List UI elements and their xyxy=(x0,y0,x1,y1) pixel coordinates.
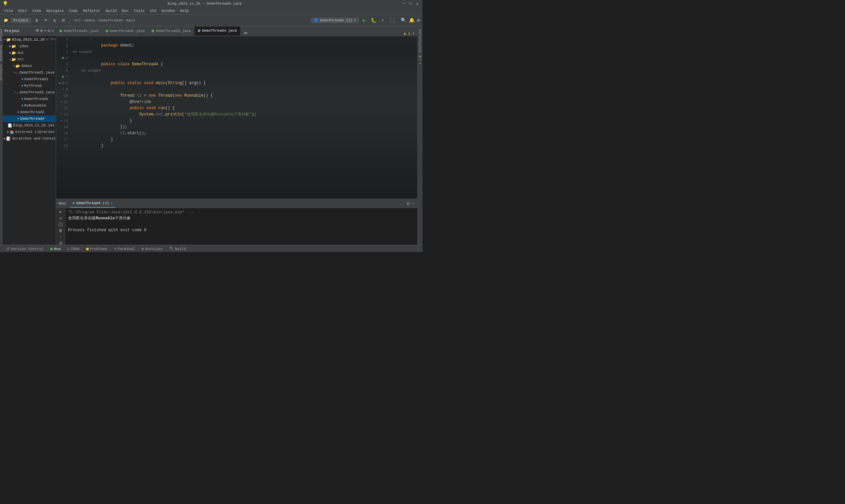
menu-edit[interactable]: Edit xyxy=(16,8,29,14)
tab-demothread4[interactable]: DemoThread4.java xyxy=(194,26,241,36)
console-stop-btn[interactable]: ⬛ xyxy=(57,222,64,227)
console-print-btn[interactable]: 🖨 xyxy=(57,240,64,245)
tree-item-demothread1-class[interactable]: ● DemoThread1 xyxy=(3,76,56,83)
tree-item-ext-libs[interactable]: ▶ 📚 External Libraries xyxy=(3,129,56,135)
collapse-btn[interactable]: ⊟ xyxy=(59,17,67,24)
menu-run[interactable]: Run xyxy=(120,8,131,14)
tree-label-scratches: Scratches and Consoles xyxy=(12,137,56,141)
btab-todo[interactable]: ☑ TODO xyxy=(65,246,82,252)
menu-window[interactable]: Window xyxy=(159,8,177,14)
close-panel-icon[interactable]: ✕ xyxy=(52,29,54,33)
tree-item-demothread2-class[interactable]: ● DemoThread2 xyxy=(3,96,56,102)
settings-tree-icon[interactable]: ⚙ xyxy=(48,29,50,33)
gutter-line-6: 6 xyxy=(66,68,68,74)
btab-terminal[interactable]: ⌨ Terminal xyxy=(111,246,138,252)
tree-item-myrunnable[interactable]: ● MyRunnable xyxy=(3,102,56,109)
console-output: "C:\Program Files\Java\jdk1.8.0_192\bin\… xyxy=(65,208,417,245)
bc-method[interactable]: main xyxy=(126,18,135,22)
tree-item-demo1[interactable]: ▾ 📂 demo1 xyxy=(3,63,56,69)
console-tab-close-icon[interactable]: ✕ xyxy=(110,201,112,205)
tree-item-out[interactable]: ▶ 📂 out xyxy=(3,50,56,56)
structure-btn[interactable]: ≡ xyxy=(41,17,50,24)
tree-item-idea[interactable]: ▶ 📂 .idea xyxy=(3,43,56,50)
btab-build[interactable]: 🔨 Build xyxy=(167,246,189,252)
tree-item-project[interactable]: ▾ 📁 Blog_2023_11_26 D:\Project\JAVA\Blog… xyxy=(3,36,56,43)
tree-item-iml[interactable]: 📄 Blog_2023_11_26.iml xyxy=(3,122,56,129)
search-everywhere-btn[interactable]: 🔍 xyxy=(400,17,407,24)
bc-class[interactable]: DemoThread4 xyxy=(99,18,123,22)
stop-button[interactable]: ⬛ xyxy=(388,17,396,24)
demothread1-class-icon: ● xyxy=(21,77,23,81)
tree-item-demothread1-java[interactable]: ▾ ☕ DemoThread1.java xyxy=(3,69,56,76)
code-line-1: package demo1; xyxy=(73,36,415,42)
expand-arrow-src: ▾ xyxy=(9,58,11,61)
console-settings-icon[interactable]: ⚙ xyxy=(407,201,409,206)
btab-services[interactable]: ⚙ Services xyxy=(139,246,165,252)
run-config-pill[interactable]: 🔵 DemoThread4 (1) ▾ xyxy=(311,17,359,23)
coverage-button[interactable]: ⚡ xyxy=(379,17,387,24)
sort-btn[interactable]: ⇅ xyxy=(51,17,58,24)
menu-navigate[interactable]: Navigate xyxy=(44,8,66,14)
console-scroll-btn[interactable]: ↓ xyxy=(57,235,64,239)
console-rerun-btn[interactable]: ↺ xyxy=(57,216,64,221)
menu-file[interactable]: File xyxy=(2,8,15,14)
todo-icon: ☑ xyxy=(67,247,70,251)
btab-label-problems: Problems xyxy=(90,247,108,251)
expand-arrow-scratches: ▶ xyxy=(4,137,6,141)
console-tab-demothread4[interactable]: ▶ DemoThread4 (1) ✕ xyxy=(70,199,115,208)
menu-tools[interactable]: Tools xyxy=(131,8,147,14)
tree-item-demothread4[interactable]: ● DemoThread4 xyxy=(3,115,56,122)
tree-item-scratches[interactable]: ▶ 📝 Scratches and Consoles xyxy=(3,135,56,142)
notifications-label[interactable]: Notifications xyxy=(419,29,422,52)
tab-more-icon[interactable]: ≫ xyxy=(242,30,249,36)
bc-demo1[interactable]: demo1 xyxy=(85,18,95,22)
project-panel-label[interactable]: Project xyxy=(0,29,3,41)
notification-icon[interactable]: 🔔 xyxy=(408,17,415,24)
code-line-4: public class DemoThread4 { xyxy=(73,55,415,61)
toggle-view-btn[interactable]: ⚙ xyxy=(33,17,40,24)
menu-code[interactable]: Code xyxy=(67,8,80,14)
toolbar-separator-1 xyxy=(70,17,70,24)
project-label: Project xyxy=(14,18,29,22)
settings-icon[interactable]: ⚙ xyxy=(417,17,421,24)
console-run-btn[interactable]: ▶ xyxy=(57,210,64,214)
console-minimize-icon[interactable]: ─ xyxy=(412,201,415,206)
tab-demothread3[interactable]: DemoThread3.java xyxy=(148,26,194,36)
tree-item-src[interactable]: ▾ 📂 src xyxy=(3,56,56,63)
tab-demothread2[interactable]: DemoThread2.java xyxy=(102,26,148,36)
code-line-17: } xyxy=(73,137,415,143)
structure-panel-label[interactable]: Structure xyxy=(0,65,3,81)
menu-help[interactable]: Help xyxy=(178,8,191,14)
console-clear-btn[interactable]: 🗑 xyxy=(57,228,64,233)
tree-label-out: out xyxy=(17,51,24,55)
run-gutter-arrow-7[interactable]: ▶ xyxy=(62,74,64,80)
warning-indicator[interactable]: ▲ 1 ▾ xyxy=(404,31,415,36)
project-name[interactable]: Project xyxy=(11,18,31,23)
minimize-button[interactable]: ─ xyxy=(401,1,407,6)
code-content[interactable]: package demo1; no usages public class De… xyxy=(70,36,417,199)
tab-demothread1[interactable]: DemoThread1.java xyxy=(56,26,102,36)
run-button[interactable]: ▶ xyxy=(360,17,368,24)
menu-view[interactable]: View xyxy=(30,8,43,14)
bookmarks-panel-label[interactable]: Bookmarks xyxy=(0,45,3,61)
debug-button[interactable]: 🐛 xyxy=(370,17,377,24)
btab-run[interactable]: Run xyxy=(48,246,64,252)
tree-item-demothread3[interactable]: ● DemoThread3 xyxy=(3,109,56,115)
code-editor[interactable]: 1 2 3 ▶ 4 5 6 ▶ 7 ● ⬡ xyxy=(56,36,417,199)
run-gutter-arrow-4[interactable]: ▶ xyxy=(62,55,64,61)
btab-version-control[interactable]: ⎇ Version Control xyxy=(3,246,46,252)
tree-label-demothread4: DemoThread4 xyxy=(20,117,45,121)
close-button[interactable]: ✕ xyxy=(415,1,420,6)
dots-icon[interactable]: ⋯ xyxy=(44,29,46,33)
collapse-all-icon[interactable]: ⊟ xyxy=(40,29,42,33)
menu-refactor[interactable]: Refactor xyxy=(81,8,103,14)
menu-vcs[interactable]: VCS xyxy=(147,8,159,14)
btab-problems[interactable]: Problems xyxy=(84,246,110,252)
sync-icon[interactable]: ⟳ xyxy=(36,29,39,33)
bc-src[interactable]: src xyxy=(74,18,81,22)
menu-build[interactable]: Build xyxy=(103,8,119,14)
src-folder-icon: 📂 xyxy=(12,57,16,62)
maximize-button[interactable]: □ xyxy=(408,1,413,6)
tree-item-demothread2-java[interactable]: ▾ ☕ DemoThread2.java xyxy=(3,89,56,96)
tree-item-mythread[interactable]: ● MyThread xyxy=(3,83,56,89)
